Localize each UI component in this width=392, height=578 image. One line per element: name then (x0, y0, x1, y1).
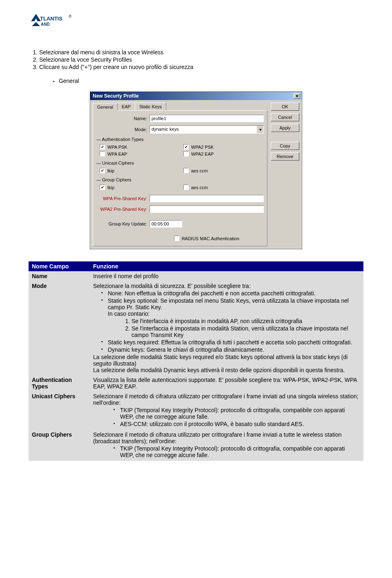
group-auth-types: — Authentication Types (96, 137, 264, 142)
field-description-table: Nome Campo Funzione Name Inserire il nom… (29, 261, 363, 461)
dialog-title: New Securty Profile (93, 93, 139, 99)
close-icon: ✕ (295, 94, 299, 98)
brand-logo: TLANTIS ® AND (29, 12, 363, 33)
check-wpa2-psk[interactable]: WPA2 PSK (180, 143, 264, 150)
checkbox-icon (100, 151, 105, 156)
check-wpa-eap[interactable]: WPA EAP (96, 150, 180, 157)
svg-text:AND: AND (41, 22, 50, 27)
checkbox-icon (174, 236, 179, 241)
tab-general[interactable]: General (93, 103, 118, 111)
step-item: Cliccare su Add ("+") per creare un nuov… (39, 64, 363, 70)
instruction-steps: Selezionare dal menu di sinistra la voce… (29, 49, 363, 70)
name-input[interactable] (149, 115, 264, 122)
logo-text: TLANTIS (40, 16, 62, 22)
tab-panel-general: Name: Mode: dynamic keys ▾ — Authenticat… (93, 110, 267, 246)
table-row: Group Ciphers Selezionare il metodo di c… (29, 430, 363, 461)
row-label: Group Ciphers (29, 430, 90, 461)
close-button[interactable]: ✕ (294, 93, 300, 99)
row-desc: Visualizza la lista delle autenticazioni… (90, 375, 363, 391)
table-row: Mode Selezionare la modalità di sicurezz… (29, 281, 363, 375)
chevron-down-icon: ▾ (257, 126, 263, 133)
security-profile-dialog: New Securty Profile ✕ General EAP Static… (90, 91, 302, 249)
wpa2-psk-input[interactable] (149, 205, 264, 213)
remove-button[interactable]: Remove (271, 152, 299, 161)
tab-eap[interactable]: EAP (117, 103, 135, 110)
check-unicast-aes[interactable]: aes ccm (180, 167, 264, 174)
th-name: Nome Campo (29, 261, 90, 271)
group-key-update-input[interactable] (149, 220, 182, 228)
section-bullet: General (53, 78, 363, 84)
step-item: Selezionare la voce Security Profiles (39, 56, 363, 63)
svg-text:®: ® (69, 14, 72, 19)
tabs-row: General EAP Static Keys (93, 103, 267, 110)
apply-button[interactable]: Apply (271, 124, 299, 132)
label-mode: Mode: (96, 127, 149, 132)
dialog-titlebar: New Securty Profile ✕ (90, 92, 302, 100)
checkbox-icon (100, 168, 105, 173)
checkbox-icon (100, 144, 105, 150)
wpa-psk-input[interactable] (149, 195, 264, 202)
tab-static-keys[interactable]: Static Keys (135, 103, 166, 110)
check-wpa2-eap[interactable]: WPA2 EAP (180, 150, 264, 157)
checkbox-icon (100, 185, 105, 190)
table-row: Unicast Ciphers Selezionare il metodo di… (29, 391, 363, 430)
row-desc: Inserire il nome del profilo (90, 271, 363, 281)
table-row: Authentication Types Visualizza la lista… (29, 375, 363, 391)
label-wpa-psk-key: WPA Pre-Shared Key: (96, 196, 149, 201)
label-wpa2-psk-key: WPA2 Pre-Shared Key: (96, 207, 149, 212)
table-row: Name Inserire il nome del profilo (29, 271, 363, 281)
check-unicast-tkip[interactable]: tkip (96, 167, 180, 174)
cancel-button[interactable]: Cancel (271, 113, 299, 121)
row-label: Unicast Ciphers (29, 391, 90, 430)
group-unicast: — Unicast Ciphers (96, 161, 264, 165)
check-wpa-psk[interactable]: WPA PSK (96, 143, 180, 150)
check-group-aes[interactable]: aes ccm (180, 184, 264, 191)
checkbox-icon (183, 151, 189, 156)
checkbox-icon (183, 144, 189, 150)
check-group-tkip[interactable]: tkip (96, 184, 180, 191)
label-group-key-update: Group Key Update: (96, 221, 149, 226)
row-label: Mode (29, 281, 90, 375)
mode-select[interactable]: dynamic keys ▾ (149, 125, 264, 134)
checkbox-icon (183, 185, 189, 190)
th-func: Funzione (90, 261, 363, 271)
check-radius-mac[interactable]: RADIUS MAC Authentication (96, 235, 264, 242)
mode-value: dynamic keys (150, 126, 257, 133)
label-name: Name: (96, 116, 149, 121)
ok-button[interactable]: OK (271, 103, 299, 111)
step-item: Selezionare dal menu di sinistra la voce… (39, 49, 363, 56)
section-bullet-item: General (53, 78, 363, 84)
row-desc: Selezionare il metodo di cifratura utili… (90, 391, 363, 430)
row-label: Authentication Types (29, 375, 90, 391)
row-desc: Selezionare il metodo di cifratura utili… (90, 430, 363, 461)
row-label: Name (29, 271, 90, 281)
row-desc: Selezionare la modalità di sicurezza. E'… (90, 281, 363, 375)
copy-button[interactable]: Copy (271, 142, 299, 150)
checkbox-icon (183, 168, 189, 173)
group-group-ciphers: — Group Ciphers (96, 177, 264, 182)
